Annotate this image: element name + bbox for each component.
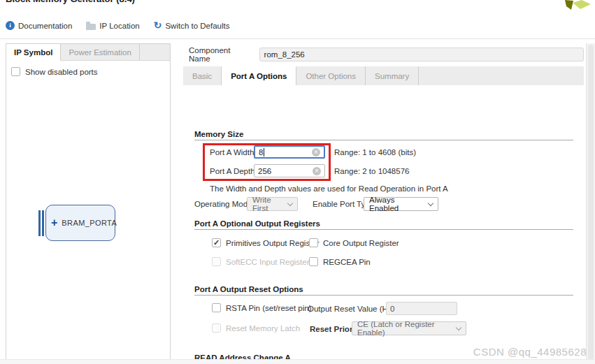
options-tabbar: Basic Port A Options Other Options Summa… [183,66,584,85]
regcea-pin-row: ✓ REGCEA Pin [309,257,371,266]
core-output-register-row: ✓ Core Output Register [309,238,399,247]
port-a-depth-range: Range: 2 to 1048576 [334,167,409,175]
bram-porta-label: BRAM_PORTA [62,219,117,227]
component-name-field[interactable]: rom_8_256 [259,48,584,61]
show-disabled-ports-label: Show disabled ports [25,68,98,76]
window-title: Block Memory Generator (8.4) [6,0,229,6]
tab-summary[interactable]: Summary [366,66,419,85]
chevron-down-icon [287,200,293,205]
block-memory-generator-dialog: Block Memory Generator (8.4) i Documenta… [0,0,595,364]
memory-size-rule [194,140,573,140]
expand-plus-icon[interactable]: + [51,217,57,229]
softecc-input-register-checkbox: ✓ [212,257,221,266]
refresh-icon: ↻ [154,21,162,30]
switch-to-defaults-button[interactable]: ↻ Switch to Defaults [154,21,230,30]
watermark: CSDN @qq_44985628 [473,346,587,358]
configuration-panel: Component Name rom_8_256 Basic Port A Op… [183,43,584,364]
softecc-input-register-row: ✓ SoftECC Input Register [212,257,310,266]
core-output-register-checkbox[interactable]: ✓ [309,238,318,247]
folder-icon [86,24,96,30]
dialog-bottom-edge [0,359,595,364]
port-a-depth-label: Port A Depth [210,167,255,175]
scrollbar-thumb[interactable] [588,45,594,361]
rsta-pin-row: ✓ RSTA Pin (set/reset pin) [212,303,312,312]
reset-memory-latch-row: ✓ Reset Memory Latch [212,323,300,333]
switch-to-defaults-label: Switch to Defaults [165,22,229,30]
ip-location-label: IP Location [99,22,139,30]
port-a-depth-input[interactable]: 256 × [254,164,325,177]
flag-icon [563,0,592,17]
tab-port-a-options[interactable]: Port A Options [222,66,296,85]
reset-memory-latch-checkbox: ✓ [212,323,221,333]
tab-ip-symbol[interactable]: IP Symbol [6,44,61,61]
rsta-pin-checkbox[interactable]: ✓ [212,303,221,312]
text-caret [264,148,264,156]
output-registers-heading: Port A Optional Output Registers [194,219,320,228]
tab-basic[interactable]: Basic [183,66,222,85]
info-icon: i [6,21,15,30]
tab-power-estimation[interactable]: Power Estimation [61,44,139,60]
port-a-width-input[interactable]: 8 × [254,145,325,159]
bram-port-pins [38,210,44,236]
tab-other-options[interactable]: Other Options [296,66,366,85]
documentation-label: Documentation [18,22,72,30]
regcea-pin-checkbox[interactable]: ✓ [309,257,318,266]
width-depth-note: The Width and Depth values are used for … [210,184,448,193]
port-a-width-label: Port A Width [210,148,254,156]
primitives-output-register-checkbox[interactable]: ✓ [212,238,221,247]
show-disabled-ports-checkbox[interactable]: ✓ [11,67,20,76]
ip-location-button[interactable]: IP Location [86,22,139,30]
operating-mode-select: Write First [247,197,298,211]
reset-priority-select: CE (Latch or Register Enable) [352,321,466,335]
bram-porta-symbol[interactable]: + BRAM_PORTA [45,205,115,241]
chevron-down-icon [456,324,461,330]
ip-symbol-panel: IP Symbol Power Estimation ✓ Show disabl… [6,43,171,364]
clear-icon[interactable]: × [312,148,320,156]
memory-size-heading: Memory Size [194,130,243,138]
component-name-row: Component Name rom_8_256 [189,46,584,63]
documentation-button[interactable]: i Documentation [6,21,72,30]
enable-port-type-select[interactable]: Always Enabled [364,197,438,211]
output-reset-value-field: 0 [386,302,457,315]
clear-icon[interactable]: × [313,167,321,175]
port-a-width-range: Range: 1 to 4608 (bits) [334,148,416,156]
chevron-down-icon [428,200,433,205]
toolbar-divider [0,38,595,39]
output-registers-rule [194,229,573,230]
primitives-output-register-row: ✓ Primitives Output Register [212,238,320,247]
operating-mode-label: Operating Mode [194,200,252,208]
left-panel-tabbar: IP Symbol Power Estimation [6,44,170,61]
toolbar: i Documentation IP Location ↻ Switch to … [6,21,229,30]
show-disabled-ports-row: ✓ Show disabled ports [11,67,98,76]
reset-options-rule [194,295,573,296]
component-name-label: Component Name [189,46,253,63]
port-a-options-content: Memory Size Port A Width 8 × Range: 1 to… [183,85,584,364]
vertical-scrollbar[interactable] [586,43,595,364]
reset-options-heading: Port A Output Reset Options [194,285,303,293]
